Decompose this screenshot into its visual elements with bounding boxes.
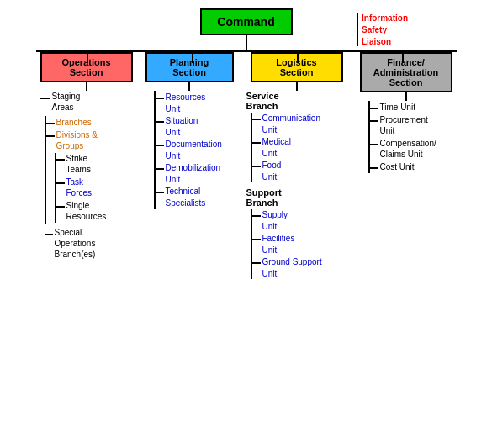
special-ops-label: SpecialOperationsBranch(es) — [55, 227, 96, 260]
command-vline — [246, 35, 247, 50]
ops-subtree: StrikeTeams TaskForces SingleResources — [55, 153, 107, 223]
support-branch-label: SupportBranch — [246, 187, 352, 208]
facilities-unit: FacilitiesUnit — [252, 233, 352, 256]
communication-unit: CommunicationUnit — [252, 113, 352, 135]
ground-support-unit: Ground SupportUnit — [252, 256, 352, 279]
time-unit: Time Unit — [370, 102, 436, 113]
sections-row: OperationsSection StagingAreas Branches … — [36, 52, 457, 280]
command-box: Command — [200, 8, 293, 35]
procurement-unit: ProcurementUnit — [370, 114, 436, 137]
service-branch-label: ServiceBranch — [246, 91, 352, 111]
staff-info: Information Safety Liaison — [357, 13, 408, 48]
task-forces-item: TaskForces — [56, 177, 107, 199]
special-ops-hline — [45, 234, 53, 235]
fin-box: Finance/AdministrationSection — [360, 52, 452, 92]
org-chart: Command Information Safety Liaison — [8, 8, 484, 280]
staff-vline — [357, 13, 358, 46]
plan-box: PlanningSection — [145, 52, 234, 82]
plan-label: PlanningSection — [170, 57, 209, 77]
strike-teams-item: StrikeTeams — [56, 153, 107, 176]
plan-vline — [188, 82, 190, 91]
log-content: ServiceBranch CommunicationUnit MedicalU… — [242, 91, 352, 280]
sections-hline — [36, 50, 457, 52]
log-drop — [297, 50, 299, 63]
log-vline — [296, 82, 298, 91]
special-ops-row: SpecialOperationsBranch(es) — [45, 227, 96, 260]
branches-item: Branches — [46, 117, 107, 129]
fin-tree: Time Unit ProcurementUnit Compensation/C… — [368, 101, 436, 173]
single-resources-item: SingleResources — [56, 200, 107, 223]
plan-section: PlanningSection ResourcesUnit SituationU… — [141, 52, 238, 280]
plan-drop — [192, 50, 193, 63]
support-branch-tree: SupplyUnit FacilitiesUnit Ground Support… — [251, 209, 352, 279]
safety-label: Safety — [362, 24, 408, 36]
demobilization-unit: DemobilizationUnit — [156, 162, 222, 185]
cost-unit: Cost Unit — [370, 161, 436, 173]
fin-vline — [405, 92, 407, 101]
documentation-unit: DocumentationUnit — [156, 139, 222, 161]
liaison-label: Liaison — [362, 36, 408, 48]
divisions-item: Divisions &Groups — [46, 129, 107, 152]
staging-label: StagingAreas — [52, 91, 81, 113]
ops-vline — [86, 82, 87, 91]
compensation-unit: Compensation/Claims Unit — [370, 138, 436, 161]
staging-hline — [40, 98, 50, 99]
food-unit: FoodUnit — [252, 160, 352, 182]
fin-label: Finance/AdministrationSection — [373, 57, 439, 87]
service-branch-tree: CommunicationUnit MedicalUnit FoodUnit — [251, 113, 352, 182]
fin-section: Finance/AdministrationSection Time Unit … — [356, 52, 457, 280]
situation-unit: SituationUnit — [156, 115, 222, 138]
medical-unit: MedicalUnit — [252, 136, 352, 159]
staging-row: StagingAreas — [40, 91, 81, 113]
ops-content: StagingAreas Branches Divisions &Groups … — [36, 91, 137, 260]
resources-unit: ResourcesUnit — [156, 92, 222, 114]
command-label: Command — [217, 15, 274, 29]
ops-drop — [87, 50, 88, 63]
log-section: LogisticsSection ServiceBranch Communica… — [242, 52, 352, 280]
plan-tree: ResourcesUnit SituationUnit Documentatio… — [154, 91, 222, 209]
ops-tree: Branches Divisions &Groups StrikeTeams T… — [45, 116, 107, 224]
supply-unit: SupplyUnit — [252, 209, 352, 232]
technical-specialists: TechnicalSpecialists — [156, 186, 222, 208]
fin-drop — [402, 50, 404, 63]
ops-section: OperationsSection StagingAreas Branches … — [36, 52, 137, 280]
info-label: Information — [362, 13, 408, 24]
